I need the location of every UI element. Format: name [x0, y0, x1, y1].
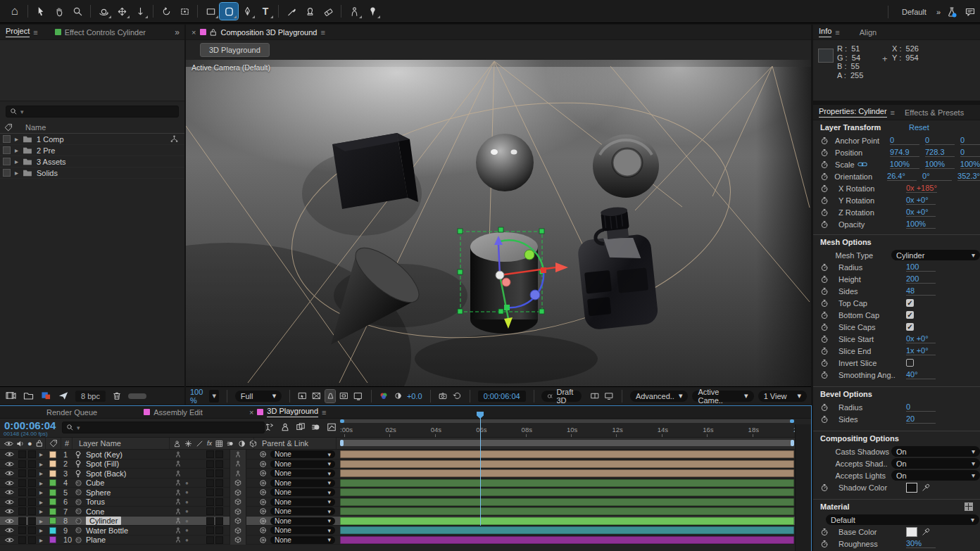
cast-shadows-icon[interactable] [175, 508, 182, 515]
property-value[interactable]: 352.3° [957, 172, 980, 181]
item-color-swatch[interactable] [3, 158, 11, 165]
stopwatch-icon[interactable] [820, 403, 829, 412]
layer-duration-bar[interactable] [340, 536, 794, 544]
panel-menu-icon[interactable]: ≡ [891, 108, 895, 117]
roi-icon[interactable] [298, 390, 308, 403]
section-bevel-options[interactable]: Bevel Options [813, 386, 980, 401]
tag-icon[interactable] [49, 438, 58, 449]
disclosure-icon[interactable]: ▸ [39, 488, 43, 497]
property-value[interactable]: 1x +0° [906, 346, 936, 355]
shy-toggle-icon[interactable] [280, 422, 290, 432]
stopwatch-icon[interactable] [820, 148, 829, 157]
layer-name[interactable]: Water Bottle [86, 526, 128, 535]
geometry-icon[interactable] [234, 536, 241, 543]
stopwatch-icon[interactable] [820, 540, 829, 548]
adjustment-layer-icon[interactable] [238, 440, 246, 448]
layer-duration-bar[interactable] [340, 526, 794, 534]
trash-icon[interactable] [113, 391, 121, 400]
timeline-layer-row[interactable]: ▸ 2 Spot (Fill) None▾ [0, 460, 811, 469]
cast-shadows-icon[interactable] [175, 451, 182, 458]
material-preset-dropdown[interactable]: Default▾ [826, 514, 979, 525]
tab-align[interactable]: Align [860, 28, 877, 37]
property-value[interactable]: 0x +0° [906, 196, 936, 205]
property-value[interactable]: 0x +0° [906, 334, 936, 343]
tab-properties[interactable]: Properties: Cylinder ≡ [819, 107, 895, 118]
color-swatch[interactable] [906, 483, 917, 493]
preview-region-icon[interactable] [353, 390, 363, 403]
section-mesh-options[interactable]: Mesh Options [813, 234, 980, 249]
pan-behind-tool-icon[interactable] [175, 3, 194, 20]
geometry-icon[interactable] [234, 508, 241, 515]
stopwatch-icon[interactable] [820, 311, 829, 319]
comp-timecode[interactable]: 0:00:06:04 [478, 391, 526, 402]
property-value[interactable]: 30% [906, 539, 936, 548]
project-item[interactable]: ▸ Solids [0, 167, 184, 179]
parent-link-dropdown[interactable]: None▾ [270, 469, 335, 477]
eyedropper-icon[interactable] [922, 483, 930, 492]
eye-icon[interactable] [5, 479, 14, 487]
disclosure-icon[interactable]: ▸ [15, 158, 18, 165]
rotation-tool-icon[interactable] [157, 3, 175, 20]
layer-name[interactable]: Torus [86, 498, 105, 506]
roto-brush-tool-icon[interactable] [345, 3, 363, 20]
disclosure-icon[interactable]: ▸ [15, 169, 18, 177]
layer-color-swatch[interactable] [49, 479, 56, 486]
parent-link-dropdown[interactable]: None▾ [270, 526, 335, 534]
cast-shadows-icon[interactable] [175, 536, 182, 543]
property-checkbox[interactable]: ✓ [906, 323, 914, 331]
geometry-icon[interactable] [234, 479, 241, 486]
disclosure-icon[interactable]: ▸ [39, 536, 43, 545]
orbit-camera-tool-icon[interactable] [94, 3, 113, 20]
stopwatch-icon[interactable] [820, 323, 829, 331]
cast-shadows-icon[interactable] [234, 451, 241, 458]
pickwhip-icon[interactable] [259, 517, 267, 525]
clone-stamp-tool-icon[interactable] [301, 3, 319, 20]
cast-shadows-icon[interactable] [175, 489, 182, 496]
timeline-tab[interactable]: × 3D Playground ≡ [249, 407, 327, 417]
comp-flowchart-chip[interactable]: 3D Playground [200, 43, 270, 57]
magnification-value[interactable]: 100 % [190, 388, 205, 405]
property-value[interactable]: 0 [960, 148, 980, 157]
layer-color-swatch[interactable] [49, 451, 56, 458]
property-value[interactable]: 728.3 [925, 148, 955, 157]
cast-shadows-icon[interactable] [175, 470, 182, 477]
panel-resize-pill[interactable] [128, 393, 146, 399]
stopwatch-icon[interactable] [820, 359, 829, 367]
color-swatch[interactable] [906, 527, 917, 537]
viewport-canvas[interactable]: Active Camera (Default) [186, 60, 811, 386]
panel-menu-icon[interactable]: ≡ [322, 408, 326, 417]
layer-duration-bar[interactable] [340, 469, 794, 477]
tab-effect-controls[interactable]: Effect Controls Cylinder [55, 28, 146, 37]
cast-shadows-icon[interactable] [175, 479, 182, 486]
layer-name-header[interactable]: Layer Name [79, 438, 121, 449]
timeline-layer-row[interactable]: ▸ 8 Cylinder ● None▾ [0, 517, 811, 526]
eye-icon[interactable] [5, 460, 14, 468]
timeline-layer-row[interactable]: ▸ 4 Cube ● None▾ [0, 479, 811, 488]
disclosure-icon[interactable]: ▸ [39, 517, 43, 526]
rectangle-tool-icon[interactable] [201, 3, 220, 20]
collapse-icon[interactable] [184, 440, 192, 448]
disclosure-icon[interactable]: ▸ [39, 460, 43, 469]
layer-name[interactable]: Spot (Fill) [86, 460, 119, 468]
close-icon[interactable]: × [249, 408, 253, 417]
pickwhip-icon[interactable] [259, 460, 267, 468]
cast-shadows-icon[interactable] [175, 527, 182, 534]
reset-link[interactable]: Reset [909, 123, 929, 132]
stopwatch-icon[interactable] [820, 483, 829, 492]
layer-name[interactable]: Cone [86, 507, 104, 516]
parent-link-dropdown[interactable]: None▾ [270, 536, 335, 544]
pan-camera-tool-icon[interactable] [113, 3, 131, 20]
property-value[interactable]: 0 [960, 136, 980, 145]
timeline-layer-row[interactable]: ▸ 5 Sphere ● None▾ [0, 488, 811, 498]
pen-tool-icon[interactable] [238, 3, 256, 20]
property-dropdown[interactable]: On▾ [891, 446, 980, 457]
eye-icon[interactable] [5, 536, 14, 544]
section-material[interactable]: Material [813, 499, 980, 514]
parent-link-dropdown[interactable]: None▾ [270, 460, 335, 468]
property-value[interactable]: 100 [906, 262, 936, 272]
grid-guides-icon[interactable] [325, 390, 335, 403]
layer-color-swatch[interactable] [49, 527, 56, 534]
pickwhip-icon[interactable] [259, 526, 267, 534]
beta-flask-icon[interactable] [946, 6, 957, 18]
time-ruler[interactable]: :00s02s04s06s08s10s12s14s16s18s2 [340, 424, 794, 437]
